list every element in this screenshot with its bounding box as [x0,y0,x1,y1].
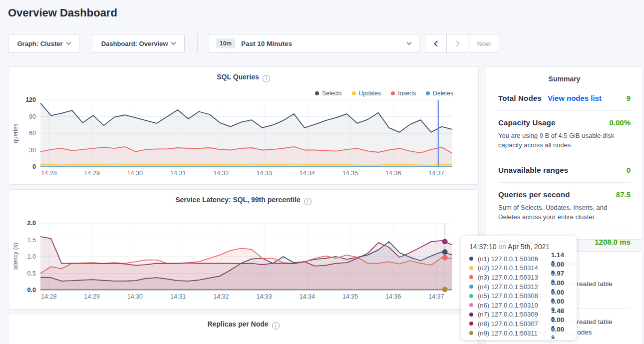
svg-text:14:30: 14:30 [127,170,143,177]
summary-row-value: 1208.0 ms [595,238,631,246]
svg-text:14:30: 14:30 [127,293,143,300]
svg-text:0: 0 [32,163,36,170]
page-title: Overview Dashboard [8,6,117,19]
summary-row-label: Unavailable ranges [498,166,568,174]
toolbar-divider [197,34,198,53]
svg-text:1.5: 1.5 [27,237,36,244]
chevron-down-icon [171,40,176,45]
svg-text:2.0: 2.0 [27,220,36,227]
node-color-dot [469,285,473,289]
chevron-down-icon [66,40,71,45]
service-latency-chart[interactable]: 0.00.51.01.52.0latency (s)14:2814:2914:3… [8,190,478,311]
dashboard-dropdown[interactable]: Dashboard: Overview [92,34,185,53]
node-address: (n6) 127.0.0.1:50310 [478,302,551,309]
summary-row-label: Total Nodes [498,94,542,102]
summary-row: Unavailable ranges0 [498,158,631,183]
summary-row-label: Queries per second [498,190,570,199]
replicas-per-node-card: Replicas per Node [8,314,479,344]
summary-row-value: 0 [627,166,631,174]
service-latency-svg: 0.00.51.01.52.0latency (s)14:2814:2914:3… [8,190,478,309]
summary-panel: Summary Total NodesView nodes list9Capac… [486,66,643,240]
svg-text:14:36: 14:36 [385,170,401,177]
svg-text:0.0: 0.0 [27,287,36,294]
summary-panel-title: Summary [486,67,643,83]
svg-text:90: 90 [29,113,36,120]
svg-text:14:37: 14:37 [428,293,444,300]
replicas-per-node-title-text: Replicas per Node [207,320,268,328]
time-range-selector[interactable]: 10m Past 10 Minutes [209,34,419,53]
svg-text:14:31: 14:31 [170,293,186,300]
node-color-dot [469,322,473,326]
info-icon[interactable] [272,322,280,330]
graph-dropdown[interactable]: Graph: Cluster [8,34,79,53]
svg-text:14:36: 14:36 [385,293,401,300]
sql-queries-svg: 0306090120queries14:2814:2914:3014:3114:… [8,67,478,184]
node-address: (n3) 127.0.0.1:50313 [478,274,551,281]
node-address: (n1) 127.0.0.1:50306 [478,255,551,263]
tooltip-on-word: on [498,243,506,251]
svg-text:queries: queries [12,123,19,143]
summary-row: Total NodesView nodes list9 [498,83,631,111]
node-color-dot [469,331,473,335]
node-address: (n5) 127.0.0.1:50308 [478,292,551,300]
now-button-label: Now [477,40,491,47]
svg-text:14:31: 14:31 [170,170,186,177]
hover-dot [442,287,448,292]
node-color-dot [469,303,473,307]
node-color-dot [469,275,473,279]
node-address: (n9) 127.0.0.1:50311 [478,330,551,337]
svg-text:14:33: 14:33 [256,293,272,300]
node-address: (n4) 127.0.0.1:50312 [478,283,551,291]
svg-text:14:35: 14:35 [342,293,358,300]
summary-rows: Total NodesView nodes list9Capacity Usag… [486,83,643,254]
graph-dropdown-label: Graph: Cluster [17,40,62,47]
now-button[interactable]: Now [470,34,498,53]
service-latency-card: Service Latency: SQL, 99th percentile 0.… [8,189,479,310]
svg-text:14:37: 14:37 [428,170,444,177]
svg-text:0.5: 0.5 [27,270,36,277]
node-address: (n7) 127.0.0.1:50309 [478,311,551,318]
node-address: (n8) 127.0.0.1:50307 [478,320,551,328]
time-range-label: Past 10 Minutes [241,40,403,47]
svg-text:14:32: 14:32 [213,170,229,177]
replicas-per-node-title: Replicas per Node [8,320,478,330]
chart-hover-tooltip: 14:37:10 on Apr 5th, 2021 (n1) 127.0.0.1… [461,236,577,340]
tooltip-node-row: (n9) 127.0.0.1:503110.00 s [469,329,570,338]
svg-text:30: 30 [29,147,36,154]
svg-text:14:32: 14:32 [213,293,229,300]
svg-text:14:35: 14:35 [342,170,358,177]
sql-queries-chart[interactable]: 0306090120queries14:2814:2914:3014:3114:… [8,67,478,186]
chevron-down-icon [407,40,412,45]
node-color-dot [469,294,473,298]
svg-text:14:29: 14:29 [84,293,100,300]
node-color-dot [469,257,473,261]
summary-row-value: 9 [627,94,631,102]
view-nodes-list-link[interactable]: View nodes list [548,94,602,102]
summary-row-desc: You are using 0 B of 4.5 GiB usable disk… [498,131,631,150]
summary-row-value: 87.5 [616,190,631,199]
svg-text:120: 120 [25,96,36,103]
chevron-right-icon [453,40,460,47]
node-address: (n2) 127.0.0.1:50314 [478,264,551,272]
dashboard-dropdown-label: Dashboard: Overview [101,40,168,47]
svg-text:60: 60 [29,130,36,137]
svg-text:14:34: 14:34 [300,170,315,177]
svg-text:14:29: 14:29 [84,170,100,177]
sql-queries-card: SQL Queries SelectsUpdatesInsertsDeletes… [8,66,479,185]
tooltip-time: 14:37:10 [469,243,497,251]
summary-row: Capacity Usage0.00%You are using 0 B of … [498,111,631,158]
time-next-button[interactable] [446,34,468,52]
tooltip-date: Apr 5th, 2021 [508,243,550,251]
node-latency-value: 0.00 s [551,326,570,341]
time-pager [425,34,468,53]
time-prev-button[interactable] [425,34,446,52]
node-color-dot [469,313,473,317]
summary-row: Queries per second87.5Sum of Selects, Up… [498,183,631,230]
svg-text:1.0: 1.0 [27,253,36,260]
svg-text:14:34: 14:34 [300,293,315,300]
hover-dot [442,249,448,255]
node-color-dot [469,266,473,270]
tooltip-rows: (n1) 127.0.0.1:503061.14 s(n2) 127.0.0.1… [469,254,570,338]
hover-dot [442,255,448,261]
summary-row-value: 0.00% [609,118,631,127]
